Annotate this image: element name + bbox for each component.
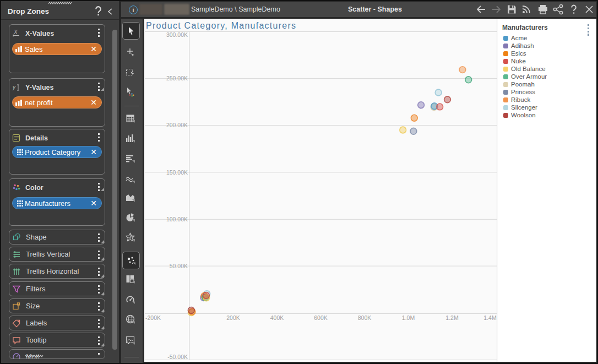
svg-text:1.4M: 1.4M — [483, 314, 496, 321]
svg-text:y: y — [12, 84, 16, 90]
svg-text:X: X — [13, 29, 18, 35]
svg-text:300.00K: 300.00K — [166, 31, 188, 38]
svg-text:-200K: -200K — [145, 314, 161, 321]
svg-text:200K: 200K — [226, 314, 240, 321]
svg-text:-50.00K: -50.00K — [167, 354, 188, 360]
svg-text:100.00K: 100.00K — [166, 216, 188, 222]
svg-text:250.00K: 250.00K — [166, 75, 188, 82]
svg-text:800K: 800K — [358, 314, 372, 321]
svg-text:600K: 600K — [314, 314, 328, 321]
svg-text:150.00K: 150.00K — [166, 169, 188, 176]
svg-text:1.0M: 1.0M — [402, 314, 415, 321]
svg-text:400K: 400K — [270, 314, 284, 321]
svg-text:200.00K: 200.00K — [166, 122, 188, 128]
svg-text:50.00K: 50.00K — [170, 263, 188, 269]
svg-text:1.2M: 1.2M — [445, 314, 458, 321]
